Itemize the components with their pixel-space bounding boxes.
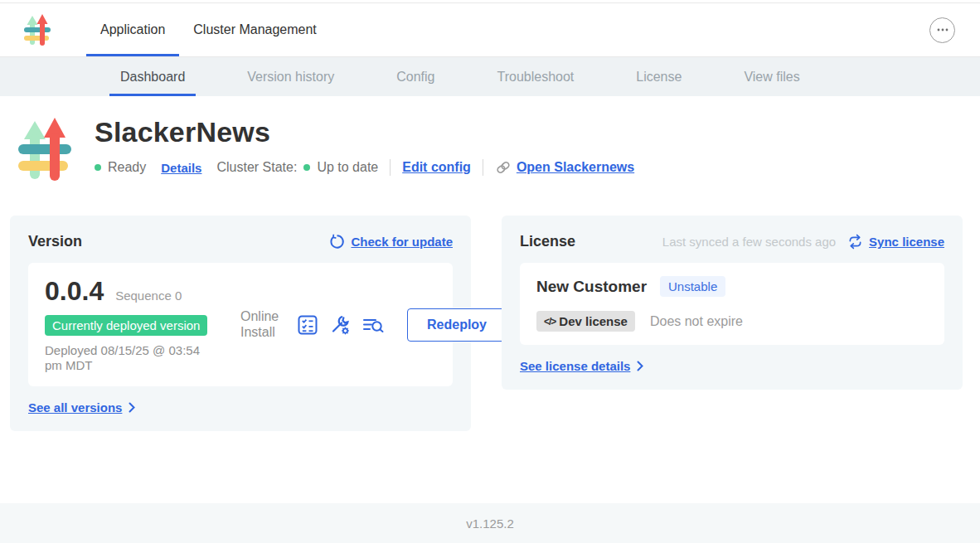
license-card-header: License Last synced a few seconds ago Sy… [520,233,944,250]
page-title: SlackerNews [95,116,634,148]
deployed-status-badge: Currently deployed version [45,315,207,336]
version-sequence: Sequence 0 [115,288,182,303]
brand-logo-small [0,3,51,56]
see-license-details-group[interactable]: See license details [520,359,944,373]
see-license-details-link[interactable]: See license details [520,359,630,373]
deployed-timestamp: Deployed 08/15/25 @ 03:54 pm MDT [45,343,219,373]
see-all-versions-link[interactable]: See all versions [28,400,122,415]
channel-badge: Unstable [660,276,725,297]
tab-view-files[interactable]: View files [733,57,810,96]
divider [390,159,391,176]
version-card: Version Check for update 0.0.4 Sequence … [10,216,471,431]
preflight-checks-icon [297,314,318,336]
sync-license-link[interactable]: Sync license [869,235,944,249]
dashboard-cards: Version Check for update 0.0.4 Sequence … [10,216,980,431]
license-expiry-text: Does not expire [650,314,743,329]
version-actions: Online Install [240,308,507,342]
tab-dashboard[interactable]: Dashboard [109,57,196,96]
status-details-link[interactable]: Details [161,161,201,175]
app-status-label: Ready [108,160,146,175]
tab-troubleshoot[interactable]: Troubleshoot [486,57,585,96]
see-all-versions-group[interactable]: See all versions [28,400,453,415]
overflow-menu-button[interactable] [929,17,955,43]
version-number: 0.0.4 [45,276,104,307]
license-type-label: Dev license [559,314,628,328]
app-status-dot [95,164,101,171]
cluster-state-value: Up to date [317,160,378,175]
cluster-state-label: Cluster State: [216,160,297,175]
application-header-text: SlackerNews Ready Details Cluster State:… [95,114,634,184]
sync-license-group[interactable]: Sync license [847,234,944,250]
view-logs-button[interactable] [361,314,385,336]
tab-config[interactable]: Config [386,57,445,96]
current-version-panel: 0.0.4 Sequence 0 Currently deployed vers… [28,263,453,386]
edit-config-link[interactable]: Edit config [402,160,471,175]
ellipsis-icon [936,23,949,36]
version-info: 0.0.4 Sequence 0 Currently deployed vers… [45,276,234,373]
top-tab-application[interactable]: Application [86,3,179,56]
configure-version-button[interactable] [329,314,351,336]
install-type-label: Online Install [240,309,284,340]
license-details-panel: New Customer Unstable </> Dev license Do… [520,263,944,345]
last-synced-text: Last synced a few seconds ago [662,235,836,249]
version-card-title: Version [28,233,82,250]
application-header: SlackerNews Ready Details Cluster State:… [0,96,980,184]
code-icon: </> [544,316,555,327]
tab-version-history[interactable]: Version history [236,57,345,96]
license-card: License Last synced a few seconds ago Sy… [502,216,963,390]
slackernews-app-icon [17,114,73,184]
license-type-badge: </> Dev license [536,311,635,332]
chevron-right-icon [129,402,135,413]
view-logs-icon [361,314,385,336]
app-status-row: Ready Details Cluster State: Up to date … [95,159,634,176]
redeploy-button[interactable]: Redeploy [407,308,507,342]
top-nav-tabs: Application Cluster Management [86,3,331,56]
license-card-title: License [520,233,575,250]
refresh-icon [329,234,345,250]
customer-name: New Customer [536,278,647,296]
version-card-header: Version Check for update [28,233,453,250]
main-content: SlackerNews Ready Details Cluster State:… [0,96,980,503]
check-for-update-group[interactable]: Check for update [329,234,453,250]
open-app-link-group[interactable]: Open Slackernews [495,159,634,176]
app-sub-navigation: Dashboard Version history Config Trouble… [0,57,980,96]
top-tab-cluster-management[interactable]: Cluster Management [179,3,331,56]
check-for-update-link[interactable]: Check for update [351,235,453,249]
open-slackernews-link[interactable]: Open Slackernews [517,160,634,175]
sync-arrows-icon [847,234,863,250]
console-version: v1.125.2 [466,516,514,531]
cluster-state-dot [303,164,310,171]
divider [483,159,483,176]
link-chain-icon [495,159,512,176]
topbar-spacer [331,3,929,56]
tab-license[interactable]: License [625,57,692,96]
configure-icon [329,314,351,336]
preflight-checks-button[interactable] [297,314,318,336]
slackernews-logo-icon [23,12,51,47]
top-navigation-bar: Application Cluster Management [0,3,980,57]
app-footer: v1.125.2 [0,503,980,543]
chevron-right-icon [637,361,643,371]
